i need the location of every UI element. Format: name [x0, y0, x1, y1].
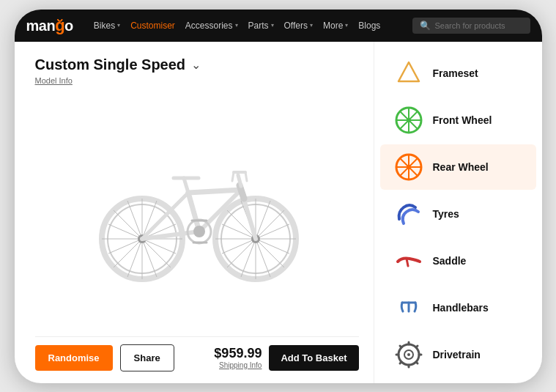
tablet-frame: manğo Bikes ▾ Customiser Accessories ▾ P…: [15, 10, 542, 383]
svg-line-65: [400, 362, 401, 363]
svg-line-64: [416, 346, 418, 347]
component-rear-wheel[interactable]: Rear Wheel: [380, 144, 536, 190]
model-selector: Custom Single Speed ⌄: [35, 56, 359, 73]
component-tyres[interactable]: Tyres: [380, 191, 536, 237]
nav-parts[interactable]: Parts ▾: [248, 21, 274, 31]
left-panel: Custom Single Speed ⌄ Model Info: [15, 42, 374, 383]
model-title: Custom Single Speed: [35, 56, 186, 73]
component-frameset[interactable]: Frameset: [380, 51, 536, 96]
shipping-info-link[interactable]: Shipping Info: [214, 361, 262, 369]
model-dropdown-icon[interactable]: ⌄: [191, 58, 201, 72]
svg-point-36: [193, 226, 205, 237]
svg-marker-39: [399, 62, 419, 81]
component-saddle[interactable]: Saddle: [380, 238, 536, 284]
front-wheel-icon: [393, 105, 424, 136]
handlebars-label: Handlebars: [433, 302, 489, 314]
frameset-label: Frameset: [433, 67, 478, 79]
nav-blogs[interactable]: Blogs: [358, 21, 380, 31]
svg-line-29: [184, 178, 188, 193]
search-icon: 🔍: [420, 21, 431, 31]
brand-logo[interactable]: manğo: [26, 16, 73, 35]
saddle-icon: [393, 245, 424, 276]
handlebars-icon: [393, 292, 424, 323]
component-drivetrain[interactable]: Drivetrain: [380, 332, 536, 377]
svg-point-57: [407, 353, 410, 356]
svg-line-63: [416, 362, 418, 363]
tyres-label: Tyres: [433, 208, 459, 220]
price-block: $959.99 Shipping Info: [214, 346, 262, 369]
frameset-icon: [393, 58, 424, 89]
tyres-icon: [393, 199, 424, 229]
component-front-wheel[interactable]: Front Wheel: [380, 97, 536, 143]
add-to-basket-button[interactable]: Add To Basket: [269, 345, 358, 371]
svg-line-62: [400, 346, 401, 347]
navbar: manğo Bikes ▾ Customiser Accessories ▾ P…: [15, 10, 542, 42]
bike-image: [35, 91, 359, 336]
saddle-label: Saddle: [433, 255, 467, 267]
search-input[interactable]: [435, 21, 523, 30]
search-bar[interactable]: 🔍: [412, 18, 530, 34]
drivetrain-label: Drivetrain: [433, 349, 481, 360]
svg-line-52: [407, 259, 408, 266]
randomise-button[interactable]: Randomise: [35, 345, 113, 371]
bike-svg: [80, 140, 314, 286]
component-handlebars[interactable]: Handlebars: [380, 285, 536, 330]
svg-line-33: [232, 172, 234, 181]
model-info-link[interactable]: Model Info: [35, 76, 359, 85]
nav-more[interactable]: More ▾: [323, 21, 348, 31]
share-button[interactable]: Share: [120, 344, 174, 371]
nav-offers[interactable]: Offers ▾: [284, 21, 313, 31]
nav-items: Bikes ▾ Customiser Accessories ▾ Parts ▾…: [94, 21, 398, 31]
bottom-bar: Randomise Share $959.99 Shipping Info Ad…: [35, 336, 359, 371]
component-pedals[interactable]: Pedals: [380, 379, 536, 383]
right-panel: Frameset Front Wheel: [374, 42, 542, 383]
front-wheel-label: Front Wheel: [433, 114, 492, 126]
svg-line-24: [188, 190, 241, 193]
price-amount: $959.99: [214, 346, 262, 361]
drivetrain-icon: [393, 339, 424, 370]
nav-accessories[interactable]: Accessories ▾: [185, 21, 238, 31]
nav-customiser[interactable]: Customiser: [130, 21, 175, 31]
rear-wheel-icon: [393, 152, 424, 182]
nav-bikes[interactable]: Bikes ▾: [94, 21, 120, 31]
main-content: Custom Single Speed ⌄ Model Info: [15, 42, 542, 383]
svg-line-34: [245, 172, 247, 181]
rear-wheel-label: Rear Wheel: [433, 161, 489, 173]
